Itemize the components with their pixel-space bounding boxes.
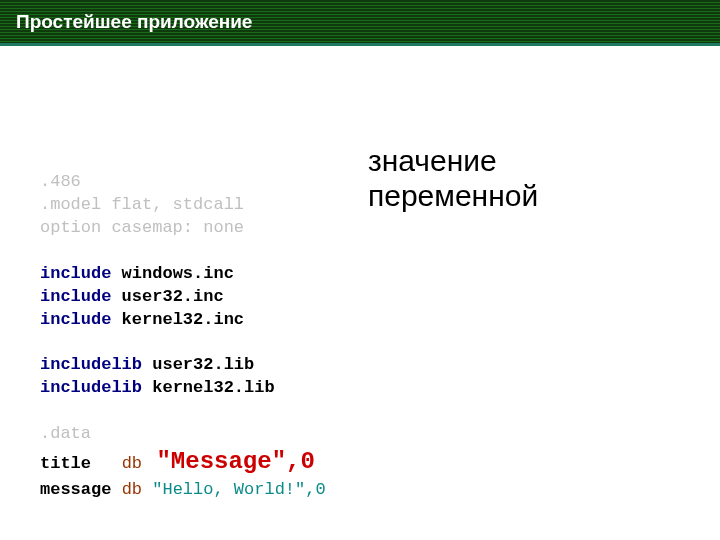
code-type: db [122, 454, 142, 473]
code-section: .data [40, 424, 91, 443]
code-keyword: includelib [40, 355, 142, 374]
code-type: db [122, 480, 142, 499]
code-keyword: includelib [40, 378, 142, 397]
slide-header: Простейшее приложение [0, 0, 720, 46]
code-arg: windows.inc [111, 264, 233, 283]
annotation-line1: значение [368, 144, 538, 179]
code-terminator: ,0 [286, 448, 315, 475]
code-arg: kernel32.inc [111, 310, 244, 329]
annotation-line2: переменной [368, 179, 538, 214]
code-label: title [40, 454, 122, 473]
code-block: .486 .model flat, stdcall option casemap… [40, 148, 326, 502]
code-directive: .model flat, stdcall [40, 195, 244, 214]
slide-body: .486 .model flat, stdcall option casemap… [0, 46, 720, 537]
code-arg: user32.lib [142, 355, 254, 374]
code-string: "Message" [142, 448, 286, 475]
code-label: message [40, 480, 122, 499]
code-directive: .486 [40, 172, 81, 191]
code-keyword: include [40, 287, 111, 306]
slide-title: Простейшее приложение [16, 11, 252, 33]
code-keyword: include [40, 310, 111, 329]
annotation-label: значение переменной [368, 144, 538, 213]
code-keyword: include [40, 264, 111, 283]
code-string: "Hello, World!",0 [142, 480, 326, 499]
code-directive: option casemap: none [40, 218, 244, 237]
code-arg: kernel32.lib [142, 378, 275, 397]
code-arg: user32.inc [111, 287, 223, 306]
